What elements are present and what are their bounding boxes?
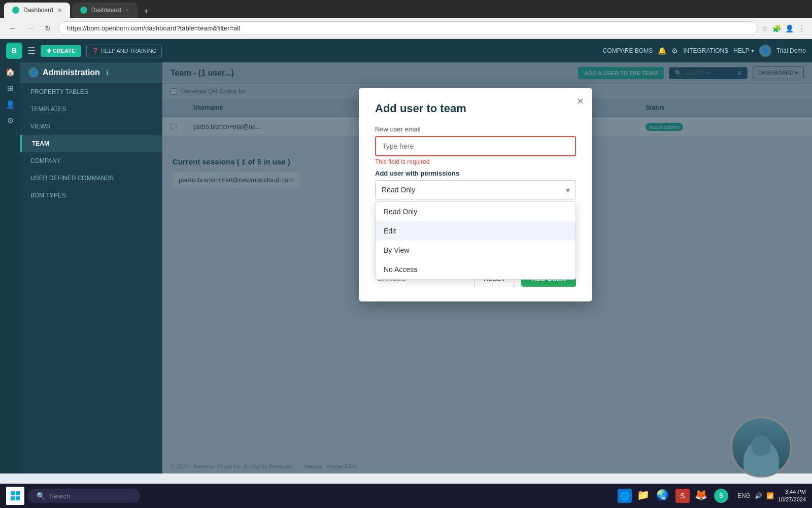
browser-tab-1[interactable]: Dashboard ✕ [4, 3, 70, 18]
notifications-icon[interactable]: 🔔 [658, 47, 666, 55]
integrations-button[interactable]: INTEGRATIONS [683, 47, 728, 54]
bookmark-icon[interactable]: ☆ [762, 24, 768, 32]
modal-close-button[interactable]: ✕ [577, 96, 584, 107]
taskbar-network-icon[interactable]: 📶 [766, 492, 774, 499]
browser-chrome: Dashboard ✕ Dashboard ✕ + [0, 0, 812, 18]
help-button[interactable]: HELP ▾ [733, 47, 754, 54]
menu-icon[interactable]: ⋮ [798, 23, 806, 33]
dropdown-item-no-access[interactable]: No Access [376, 260, 576, 279]
dropdown-item-read-only[interactable]: Read Only [376, 202, 576, 221]
extensions-icon[interactable]: 🧩 [772, 24, 781, 32]
sidebar-icon-grid[interactable]: ⊞ [7, 84, 14, 93]
help-training-button[interactable]: ❓ HELP AND TRAINING [86, 45, 162, 57]
permissions-select[interactable]: Read Only [375, 180, 576, 199]
create-button[interactable]: ✚ CREATE [41, 45, 81, 57]
taskbar-system-tray: ENG 🔊 📶 3:44 PM 10/27/2024 [737, 488, 806, 504]
add-user-modal: Add user to team ✕ New user email This f… [359, 88, 592, 301]
modal-title: Add user to team [375, 102, 576, 115]
hamburger-menu[interactable]: ☰ [27, 45, 36, 56]
sidebar-item-bom-types[interactable]: BOM TYPES [20, 187, 162, 204]
app-logo[interactable]: B [6, 43, 22, 59]
start-button[interactable] [6, 487, 24, 505]
sidebar-item-user-defined-commands[interactable]: USER DEFINED COMMANDS [20, 170, 162, 187]
address-bar[interactable]: https://bom.openbom.com/dashboard?table=… [58, 21, 758, 35]
taskbar-app-icons: 🌐 📁 🌏 S 🦊 B [618, 489, 728, 503]
taskbar-search-icon: 🔍 [37, 492, 45, 500]
new-tab-button[interactable]: + [140, 5, 152, 18]
taskbar-edge-icon[interactable]: 🌐 [618, 489, 632, 503]
tab-close-1[interactable]: ✕ [57, 7, 62, 14]
tab-close-2[interactable]: ✕ [125, 7, 129, 14]
left-panel-items: PROPERTY TABLES TEMPLATES VIEWS TEAM COM… [20, 83, 162, 204]
content-area: Team - (1 user...) ADD A USER TO THE TEA… [162, 62, 812, 473]
taskbar-time: 3:44 PM 10/27/2024 [778, 488, 806, 504]
app-header: B ☰ ✚ CREATE ❓ HELP AND TRAINING COMPARE… [0, 39, 812, 62]
compare-boms-button[interactable]: COMPARE BOMS [603, 47, 653, 54]
nav-refresh[interactable]: ↻ [42, 22, 54, 35]
app-container: B ☰ ✚ CREATE ❓ HELP AND TRAINING COMPARE… [0, 39, 812, 473]
dropdown-item-edit[interactable]: Edit [376, 221, 576, 241]
user-name: Trial Demo [776, 47, 806, 54]
permissions-label: Add user with permissions [375, 170, 576, 177]
taskbar-orange-icon[interactable]: 🦊 [695, 489, 709, 503]
nav-back[interactable]: ← [6, 22, 20, 35]
admin-icon: 👤 [28, 67, 39, 78]
page-sub-header: 👤 Administration ℹ [20, 62, 162, 83]
sidebar-item-team[interactable]: TEAM [20, 135, 162, 152]
sidebar-icon-home[interactable]: 🏠 [6, 67, 15, 77]
settings-icon[interactable]: ⚙ [671, 47, 678, 55]
taskbar-teal-icon[interactable]: B [714, 489, 728, 503]
sidebar-icon-admin[interactable]: 👤 [6, 100, 15, 109]
sidebar-icon-settings[interactable]: ⚙ [7, 116, 14, 125]
sidebar-item-views[interactable]: VIEWS [20, 118, 162, 135]
webcam-overlay [731, 417, 792, 478]
email-input[interactable] [375, 136, 576, 156]
user-avatar[interactable]: 👤 [759, 45, 771, 57]
email-label: New user email [375, 125, 576, 133]
dropdown-item-by-view[interactable]: By View [376, 241, 576, 260]
taskbar-red-icon[interactable]: S [675, 489, 690, 503]
main-layout: 🏠 ⊞ 👤 ⚙ 👤 Administration ℹ PROPERTY TABL… [0, 62, 812, 473]
nav-forward[interactable]: → [24, 22, 38, 35]
permissions-select-wrapper: Read Only ▾ Read Only Edit By View No Ac… [375, 180, 576, 199]
sidebar: 🏠 ⊞ 👤 ⚙ [0, 62, 20, 473]
browser-toolbar: ← → ↻ https://bom.openbom.com/dashboard?… [0, 18, 812, 39]
permissions-dropdown: Read Only Edit By View No Access [375, 201, 576, 280]
taskbar-file-icon[interactable]: 📁 [637, 489, 651, 503]
taskbar-search-label: Search [49, 492, 70, 500]
left-panel: 👤 Administration ℹ PROPERTY TABLES TEMPL… [20, 62, 162, 473]
taskbar-volume-icon[interactable]: 🔊 [755, 492, 762, 499]
sidebar-item-templates[interactable]: TEMPLATES [20, 100, 162, 118]
taskbar-chrome-icon[interactable]: 🌏 [656, 489, 670, 503]
sidebar-item-property-tables[interactable]: PROPERTY TABLES [20, 83, 162, 100]
taskbar: 🔍 Search 🌐 📁 🌏 S 🦊 B ENG 🔊 📶 3:44 PM 10/… [0, 484, 812, 508]
taskbar-search-bar[interactable]: 🔍 Search [28, 489, 140, 503]
sidebar-item-company[interactable]: COMPANY [20, 152, 162, 170]
profile-icon[interactable]: 👤 [785, 24, 794, 32]
page-title: Administration [43, 68, 100, 77]
error-message: This field is required [375, 158, 576, 165]
taskbar-lang: ENG [737, 492, 751, 499]
info-icon[interactable]: ℹ [106, 69, 109, 77]
browser-tab-2[interactable]: Dashboard ✕ [72, 3, 138, 18]
